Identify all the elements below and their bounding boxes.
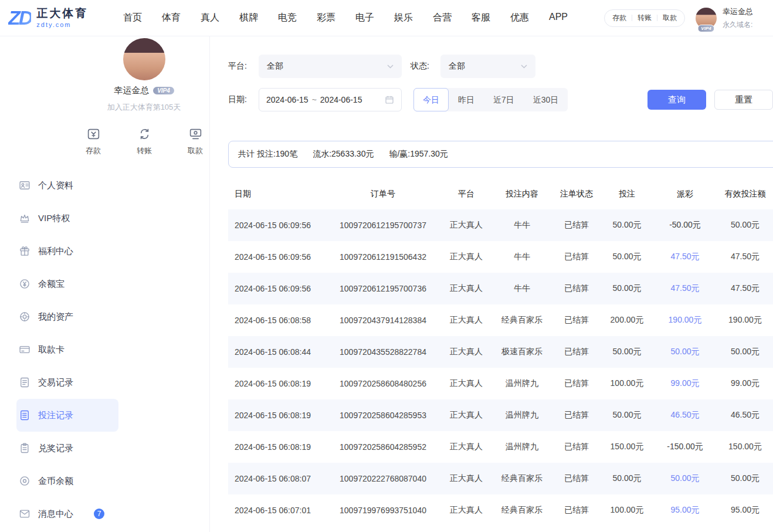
brand-logo-mark: ZD <box>8 6 31 29</box>
sidebar-item-1[interactable]: 个人资料 <box>16 169 118 202</box>
cell-platform: 正大真人 <box>440 304 492 336</box>
quick-action-transfer[interactable]: 转账 <box>137 127 152 156</box>
platform-label: 平台: <box>228 61 259 72</box>
summary-part-1: 共计 投注:190笔 <box>238 149 297 160</box>
column-header-6: 投注 <box>601 179 653 209</box>
status-label: 状态: <box>411 61 440 72</box>
sidebar-item-8[interactable]: 投注记录 <box>16 399 118 432</box>
summary-part-3: 输/赢:1957.30元 <box>389 149 447 160</box>
cell-order: 1009720258604285952 <box>326 431 440 463</box>
sidebar-item-7[interactable]: 交易记录 <box>16 366 118 399</box>
table-row[interactable]: 2024-06-15 06:09:561009720612195700737正大… <box>228 209 773 241</box>
cell-status: 已结算 <box>552 304 601 336</box>
range-button-3[interactable]: 近7日 <box>484 88 524 111</box>
nav-item-4[interactable]: 棋牌 <box>239 12 258 24</box>
cell-payout: 47.50元 <box>653 241 717 273</box>
table-row[interactable]: 2024-06-15 06:08:191009720258604285953正大… <box>228 399 773 431</box>
table-row[interactable]: 2024-06-15 06:08:581009720437914128384正大… <box>228 304 773 336</box>
brand-logo[interactable]: ZD 正大体育 zdty.com <box>0 6 104 29</box>
cell-content: 温州牌九 <box>492 399 552 431</box>
cell-content: 温州牌九 <box>492 431 552 463</box>
cell-bet: 200.00元 <box>601 304 653 336</box>
table-row[interactable]: 2024-06-15 06:08:071009720222768087040正大… <box>228 463 773 494</box>
nav-item-6[interactable]: 彩票 <box>317 12 335 24</box>
quick-action-withdraw[interactable]: 取款 <box>188 127 203 156</box>
cell-content: 牛牛 <box>492 209 552 241</box>
cell-status: 已结算 <box>552 494 601 526</box>
date-separator: ~ <box>312 95 317 104</box>
cell-platform: 正大真人 <box>440 494 492 526</box>
sidebar-item-6[interactable]: 取款卡 <box>16 333 118 366</box>
header-avatar[interactable]: VIP4 <box>696 8 717 29</box>
header-domain-label: 永久域名: <box>723 20 773 30</box>
cell-valid: 99.00元 <box>717 368 773 399</box>
status-select[interactable]: 全部 <box>440 55 535 78</box>
nav-item-9[interactable]: 合营 <box>433 12 452 24</box>
cell-payout: 47.50元 <box>653 273 717 304</box>
header-quick-2[interactable]: 转账 <box>638 13 652 23</box>
cell-bet: 100.00元 <box>601 494 653 526</box>
cell-order: 1009720612191506432 <box>326 241 440 273</box>
profile-avatar[interactable] <box>123 38 165 80</box>
table-row[interactable]: 2024-06-15 06:08:191009720258608480256正大… <box>228 368 773 399</box>
nav-item-2[interactable]: 体育 <box>162 12 181 24</box>
cell-content: 牛牛 <box>492 241 552 273</box>
range-button-4[interactable]: 近30日 <box>524 88 568 111</box>
nav-item-11[interactable]: 优惠 <box>510 12 529 24</box>
table-row[interactable]: 2024-06-15 06:09:561009720612191506432正大… <box>228 241 773 273</box>
header-user-meta: 幸运金总 永久域名: <box>723 6 773 30</box>
nav-item-3[interactable]: 真人 <box>201 12 219 24</box>
platform-select-value: 全部 <box>267 61 283 72</box>
cell-payout: 99.00元 <box>653 368 717 399</box>
sidebar-item-3[interactable]: 福利中心 <box>16 235 118 267</box>
status-select-value: 全部 <box>449 61 465 72</box>
cell-payout: 50.00元 <box>653 463 717 494</box>
sidebar-item-5[interactable]: 我的资产 <box>16 300 118 333</box>
reset-button[interactable]: 重置 <box>714 90 773 110</box>
profile-vip-badge: VIP4 <box>153 87 174 94</box>
cell-valid: 190.00元 <box>717 304 773 336</box>
platform-select[interactable]: 全部 <box>259 55 402 78</box>
table-header-row: 日期订单号平台投注内容注单状态投注派彩有效投注额 <box>228 179 773 209</box>
sidebar-item-2[interactable]: VIP特权 <box>16 202 118 235</box>
divider <box>632 15 632 21</box>
cell-payout: -150.00元 <box>653 431 717 463</box>
nav-item-5[interactable]: 电竞 <box>278 12 297 24</box>
sidebar-item-4[interactable]: 余额宝 <box>16 267 118 300</box>
sidebar-item-9[interactable]: 兑奖记录 <box>16 432 118 465</box>
top-header: ZD 正大体育 zdty.com 首页体育真人棋牌电竞彩票电子娱乐合营客服优惠A… <box>0 0 773 36</box>
sidebar-item-11[interactable]: 消息中心7 <box>16 497 118 530</box>
range-button-1[interactable]: 今日 <box>413 88 449 111</box>
table-row[interactable]: 2024-06-15 06:07:011009719976993751040正大… <box>228 494 773 526</box>
header-quick-1[interactable]: 存款 <box>612 13 626 23</box>
cell-platform: 正大真人 <box>440 463 492 494</box>
nav-item-8[interactable]: 娱乐 <box>394 12 413 24</box>
vip-icon <box>19 212 30 224</box>
cell-date: 2024-06-15 06:07:01 <box>228 494 326 526</box>
nav-item-1[interactable]: 首页 <box>123 12 142 24</box>
filter-row-date: 日期: 2024-06-15 ~ 2024-06-15 今日昨日近7日近30日 … <box>228 88 773 111</box>
table-row[interactable]: 2024-06-15 06:09:561009720612195700736正大… <box>228 273 773 304</box>
table-row[interactable]: 2024-06-15 06:08:191009720258604285952正大… <box>228 431 773 463</box>
brand-name: 正大体育 <box>36 8 88 20</box>
cell-platform: 正大真人 <box>440 273 492 304</box>
nav-item-7[interactable]: 电子 <box>355 12 374 24</box>
header-quick-3[interactable]: 取款 <box>663 13 677 23</box>
cell-valid: 95.00元 <box>717 494 773 526</box>
table-row[interactable]: 2024-06-15 06:08:441009720435528822784正大… <box>228 336 773 368</box>
query-button[interactable]: 查询 <box>647 90 706 110</box>
sidebar-item-10[interactable]: 金币余额 <box>16 465 118 497</box>
range-button-2[interactable]: 昨日 <box>449 88 484 111</box>
cell-order: 1009720435528822784 <box>326 336 440 368</box>
divider <box>657 15 657 21</box>
date-range-input[interactable]: 2024-06-15 ~ 2024-06-15 <box>259 88 402 111</box>
cell-content: 牛牛 <box>492 273 552 304</box>
nav-item-12[interactable]: APP <box>549 12 568 24</box>
quick-action-deposit[interactable]: 存款 <box>86 127 101 156</box>
nav-item-10[interactable]: 客服 <box>472 12 490 24</box>
header-right: 存款转账取款 VIP4 幸运金总 永久域名: <box>604 6 773 30</box>
column-header-7: 派彩 <box>653 179 717 209</box>
cell-date: 2024-06-15 06:09:56 <box>228 209 326 241</box>
transaction-icon <box>19 377 30 388</box>
cell-valid: 47.50元 <box>717 273 773 304</box>
